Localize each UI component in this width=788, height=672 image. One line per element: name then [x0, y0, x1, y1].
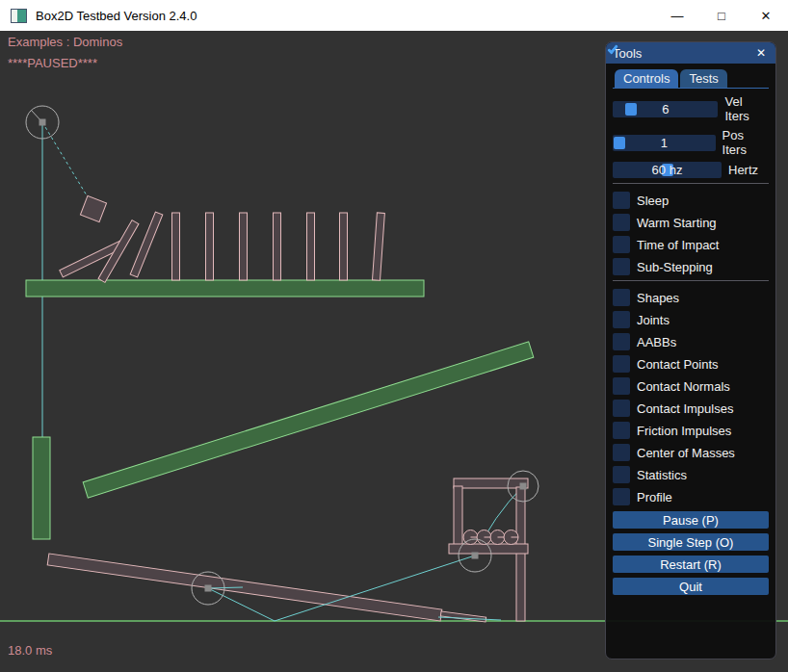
checkbox-box[interactable] [613, 192, 630, 209]
slider-row: 60 hzHertz [613, 162, 769, 178]
vertical-plank [33, 437, 50, 539]
button-list: Pause (P)Single Step (O)Restart (R)Quit [613, 511, 769, 595]
slanted-plank [83, 342, 534, 498]
app-icon [11, 9, 27, 23]
checkbox-box[interactable] [613, 444, 630, 461]
checkbox-profile[interactable]: Profile [613, 488, 769, 505]
checkbox-friction-impulses[interactable]: Friction Impulses [613, 422, 769, 439]
spheres-row [463, 530, 518, 545]
domino [206, 213, 214, 280]
tools-panel: Tools ✕ ControlsTests 6Vel Iters1Pos Ite… [605, 41, 776, 659]
maximize-icon[interactable]: □ [699, 0, 744, 31]
checkbox-box[interactable] [613, 488, 630, 505]
checkbox-label: Profile [637, 490, 672, 504]
checkbox-box[interactable] [613, 236, 630, 253]
checkbox-groups: SleepWarm StartingTime of ImpactSub-Step… [613, 192, 769, 505]
slider-row: 6Vel Iters [613, 94, 769, 123]
domino [274, 213, 281, 280]
tools-panel-titlebar[interactable]: Tools ✕ [606, 42, 775, 64]
domino-tilting [373, 213, 385, 280]
checkbox-label: Sub-Stepping [637, 260, 713, 274]
checkbox-box[interactable] [613, 311, 630, 328]
joint-anchor [520, 483, 527, 490]
separator [613, 183, 769, 184]
single-step-o-button[interactable]: Single Step (O) [613, 533, 769, 551]
checkbox-label: AABBs [637, 335, 676, 349]
checkbox-warm-starting[interactable]: Warm Starting [613, 214, 769, 231]
checkbox-box[interactable] [613, 214, 630, 231]
checkbox-joints[interactable]: Joints [613, 311, 769, 328]
slider-value: 1 [613, 135, 716, 151]
checkbox-label: Warm Starting [637, 216, 717, 230]
pendulum-hammer [80, 195, 106, 221]
checkbox-box[interactable] [613, 258, 630, 275]
slider-row: 1Pos Iters [613, 128, 769, 157]
checkbox-aabbs[interactable]: AABBs [613, 333, 769, 350]
checkbox-box[interactable] [613, 289, 630, 306]
paused-label: ****PAUSED**** [8, 56, 97, 70]
separator [613, 280, 769, 281]
slider-label: Hertz [728, 163, 758, 177]
checkbox-shapes[interactable]: Shapes [613, 289, 769, 306]
checkbox-statistics[interactable]: Statistics [613, 466, 769, 483]
window-title: Box2D Testbed Version 2.4.0 [36, 9, 197, 23]
slider-hertz[interactable]: 60 hz [613, 162, 722, 178]
example-label: Examples : Dominos [8, 35, 122, 49]
slider-list: 6Vel Iters1Pos Iters60 hzHertz [613, 94, 769, 178]
slider-value: 60 hz [613, 162, 722, 178]
slider-pos-iters[interactable]: 1 [613, 135, 716, 151]
frame-left-post [454, 486, 462, 546]
pause-p-button[interactable]: Pause (P) [613, 511, 769, 529]
tab-tests[interactable]: Tests [680, 69, 726, 88]
checkbox-contact-points[interactable]: Contact Points [613, 355, 769, 373]
domino [340, 213, 348, 280]
checkbox-sub-stepping[interactable]: Sub-Stepping [613, 258, 769, 275]
checkbox-label: Sleep [637, 194, 669, 208]
checkbox-box[interactable] [613, 422, 630, 439]
checkbox-label: Shapes [637, 291, 679, 305]
joint-anchor [472, 553, 479, 559]
checkbox-label: Statistics [637, 468, 687, 482]
checkbox-label: Center of Masses [637, 446, 735, 460]
tab-controls[interactable]: Controls [615, 69, 678, 88]
checkbox-label: Contact Impulses [637, 401, 733, 416]
window-titlebar: Box2D Testbed Version 2.4.0 — □ ✕ [0, 0, 788, 31]
checkbox-box[interactable] [613, 355, 630, 373]
checkbox-sleep[interactable]: Sleep [613, 192, 769, 209]
checkbox-label: Joints [637, 313, 670, 327]
tab-bar: ControlsTests [615, 69, 769, 88]
domino [172, 213, 180, 280]
panel-close-icon[interactable]: ✕ [753, 45, 769, 61]
checkbox-contact-normals[interactable]: Contact Normals [613, 377, 769, 395]
checkbox-label: Contact Normals [637, 379, 730, 394]
minimize-icon[interactable]: — [655, 0, 699, 31]
domino [307, 213, 315, 280]
checkbox-label: Friction Impulses [637, 424, 731, 438]
checkbox-box[interactable] [613, 466, 630, 483]
checkbox-label: Time of Impact [637, 238, 719, 252]
slider-label: Pos Iters [722, 128, 769, 157]
checkbox-time-of-impact[interactable]: Time of Impact [613, 236, 769, 253]
restart-r-button[interactable]: Restart (R) [613, 556, 769, 573]
pendulum-rope [42, 122, 92, 205]
slider-value: 6 [613, 101, 718, 117]
frame-time-label: 18.0 ms [8, 643, 52, 658]
checkbox-center-of-masses[interactable]: Center of Masses [613, 444, 769, 461]
slider-vel-iters[interactable]: 6 [613, 101, 718, 117]
tab-underline [613, 88, 769, 89]
domino [240, 213, 248, 280]
slider-label: Vel Iters [724, 94, 769, 123]
checkbox-label: Contact Points [637, 357, 719, 372]
checkbox-contact-impulses[interactable]: Contact Impulses [613, 400, 769, 417]
close-icon[interactable]: ✕ [744, 0, 788, 31]
checkbox-box[interactable] [613, 400, 630, 417]
checkbox-box[interactable] [613, 333, 630, 350]
seesaw-plank [47, 554, 442, 621]
joint-anchor [205, 585, 212, 592]
joint-anchor [39, 119, 46, 126]
quit-button[interactable]: Quit [613, 578, 769, 595]
checkbox-box[interactable] [613, 377, 630, 395]
platform [26, 280, 424, 297]
